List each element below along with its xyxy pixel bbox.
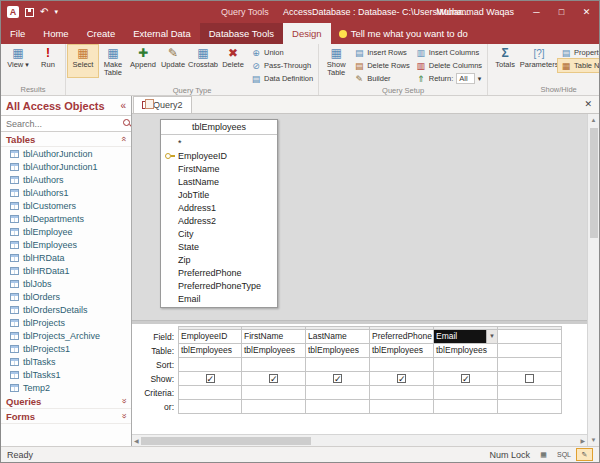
field-list-item-zip[interactable]: Zip: [161, 253, 277, 266]
sidebar-item-tblemployees[interactable]: tblEmployees: [1, 238, 131, 251]
crosstab-button[interactable]: ▦Crosstab: [188, 45, 218, 77]
field-list-item-*[interactable]: *: [161, 136, 277, 149]
return-dropdown[interactable]: ⇑ Return: All ▾: [413, 72, 485, 85]
grid-cell[interactable]: [370, 372, 434, 386]
append-button[interactable]: ✚Append: [128, 45, 158, 77]
grid-cell[interactable]: [434, 372, 498, 386]
datasheet-view-button[interactable]: ▦: [535, 448, 552, 461]
show-checkbox[interactable]: [269, 374, 278, 383]
field-list-item-employeeid[interactable]: EmployeeID: [161, 149, 277, 162]
insert-columns-button[interactable]: ▥ Insert Columns: [413, 46, 485, 59]
show-checkbox[interactable]: [397, 374, 406, 383]
sidebar-item-tblprojects[interactable]: tblProjects: [1, 316, 131, 329]
sql-view-button[interactable]: SQL: [554, 448, 574, 461]
nav-pane-title[interactable]: All Access Objects «: [1, 96, 131, 115]
grid-cell[interactable]: [178, 358, 242, 372]
property-sheet-button[interactable]: ▤ Property Sheet: [558, 46, 599, 59]
scroll-left-icon[interactable]: ◀: [134, 435, 139, 447]
update-button[interactable]: ✎Update: [158, 45, 188, 77]
field-list-item-preferredphonetype[interactable]: PreferredPhoneType: [161, 279, 277, 292]
sidebar-item-tblhrdata[interactable]: tblHRData: [1, 251, 131, 264]
grid-cell[interactable]: [242, 386, 306, 400]
vertical-scrollbar[interactable]: ▲ ▼: [587, 114, 599, 446]
union-button[interactable]: ⊕Union: [248, 46, 316, 59]
grid-cell[interactable]: [434, 400, 498, 414]
field-list-item-lastname[interactable]: LastName: [161, 175, 277, 188]
tab-create[interactable]: Create: [78, 23, 125, 44]
sidebar-item-tblauthors1[interactable]: tblAuthors1: [1, 186, 131, 199]
search-icon[interactable]: [123, 119, 132, 128]
sidebar-item-tblauthors[interactable]: tblAuthors: [1, 173, 131, 186]
totals-button[interactable]: Σ Totals: [490, 45, 520, 69]
tab-external-data[interactable]: External Data: [124, 23, 200, 44]
collapse-pane-icon[interactable]: «: [120, 100, 126, 111]
grid-cell[interactable]: [498, 330, 562, 344]
builder-button[interactable]: ✎ Builder: [351, 72, 413, 85]
sidebar-item-tblauthorjunction1[interactable]: tblAuthorJunction1: [1, 160, 131, 173]
run-button[interactable]: ! Run: [33, 45, 63, 69]
pass-through-button[interactable]: ⊘Pass-Through: [248, 59, 316, 72]
make-table-button[interactable]: ▦Make Table: [98, 45, 128, 77]
grid-cell[interactable]: [178, 386, 242, 400]
grid-cell[interactable]: [434, 386, 498, 400]
grid-cell[interactable]: [498, 372, 562, 386]
grid-cell[interactable]: [242, 358, 306, 372]
field-list-title[interactable]: tblEmployees: [161, 120, 277, 135]
sidebar-item-temp2[interactable]: Temp2: [1, 381, 131, 394]
grid-cell[interactable]: tblEmployees: [370, 344, 434, 358]
sidebar-item-tblordersdetails[interactable]: tblOrdersDetails: [1, 303, 131, 316]
grid-cell[interactable]: [178, 372, 242, 386]
select-button[interactable]: ▦Select: [68, 45, 98, 77]
minimize-button[interactable]: ─: [524, 1, 549, 23]
field-list-item-address1[interactable]: Address1: [161, 201, 277, 214]
scroll-down-icon[interactable]: ▼: [591, 434, 597, 446]
section-header-forms[interactable]: Forms«: [1, 409, 131, 424]
grid-cell[interactable]: [178, 400, 242, 414]
field-list-item-state[interactable]: State: [161, 240, 277, 253]
grid-cell[interactable]: [498, 400, 562, 414]
access-app-icon[interactable]: A: [7, 6, 19, 18]
scroll-up-icon[interactable]: ▲: [591, 114, 597, 126]
grid-cell[interactable]: [370, 386, 434, 400]
horizontal-scroll-thumb[interactable]: [141, 437, 311, 445]
sidebar-item-tblprojects_archive[interactable]: tblProjects_Archive: [1, 329, 131, 342]
query-design-surface[interactable]: tblEmployees *EmployeeIDFirstNameLastNam…: [132, 114, 587, 320]
field-list-item-firstname[interactable]: FirstName: [161, 162, 277, 175]
grid-cell[interactable]: tblEmployees: [242, 344, 306, 358]
grid-cell[interactable]: [434, 358, 498, 372]
grid-cell[interactable]: [498, 344, 562, 358]
show-checkbox[interactable]: [333, 374, 342, 383]
horizontal-scrollbar[interactable]: ◀ ▶: [132, 434, 587, 446]
maximize-button[interactable]: □: [549, 1, 574, 23]
close-button[interactable]: ✕: [574, 1, 599, 23]
show-checkbox[interactable]: [461, 374, 470, 383]
sidebar-item-tblcustomers[interactable]: tblCustomers: [1, 199, 131, 212]
grid-cell[interactable]: [498, 358, 562, 372]
grid-cell[interactable]: tblEmployees: [178, 344, 242, 358]
sidebar-item-tbltasks[interactable]: tblTasks: [1, 355, 131, 368]
tell-me-box[interactable]: Tell me what you want to do: [339, 23, 468, 44]
data-definition-button[interactable]: ▤Data Definition: [248, 72, 316, 85]
grid-cell[interactable]: [306, 386, 370, 400]
delete-columns-button[interactable]: ▥ Delete Columns: [413, 59, 485, 72]
delete-rows-button[interactable]: ▤ Delete Rows: [351, 59, 413, 72]
sidebar-item-tblprojects1[interactable]: tblProjects1: [1, 342, 131, 355]
tab-home[interactable]: Home: [34, 23, 77, 44]
field-list-item-preferredphone[interactable]: PreferredPhone: [161, 266, 277, 279]
grid-cell[interactable]: LastName: [306, 330, 370, 344]
grid-cell[interactable]: EmployeeID: [178, 330, 242, 344]
close-document-icon[interactable]: ✕: [577, 95, 599, 113]
sidebar-item-tbltasks1[interactable]: tblTasks1: [1, 368, 131, 381]
sidebar-item-tbljobs[interactable]: tblJobs: [1, 277, 131, 290]
show-checkbox[interactable]: [206, 374, 215, 383]
search-input[interactable]: [6, 119, 123, 129]
sidebar-item-tbldepartments[interactable]: tblDepartments: [1, 212, 131, 225]
parameters-button[interactable]: [?] Parameters: [520, 45, 558, 69]
insert-rows-button[interactable]: ▤ Insert Rows: [351, 46, 413, 59]
vertical-scroll-thumb[interactable]: [590, 128, 598, 238]
grid-cell[interactable]: PreferredPhone: [370, 330, 434, 344]
design-view-button[interactable]: ✎: [576, 448, 593, 461]
save-icon[interactable]: [25, 8, 34, 17]
show-checkbox[interactable]: [525, 374, 534, 383]
tab-file[interactable]: File: [1, 23, 34, 44]
